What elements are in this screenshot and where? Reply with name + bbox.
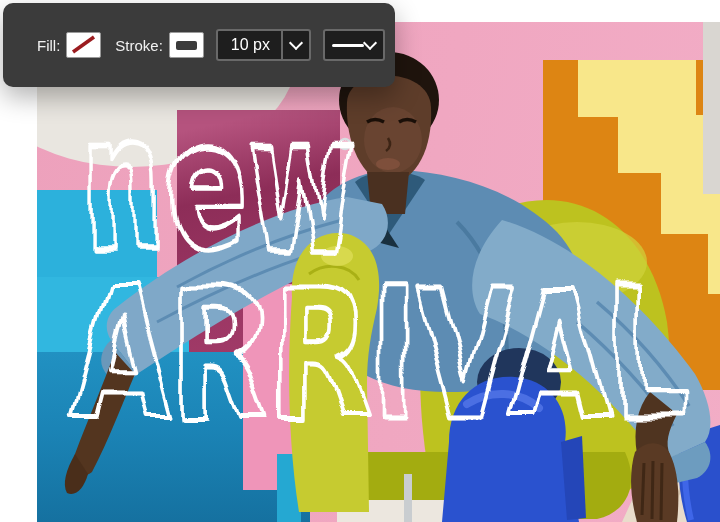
stroke-label: Stroke: xyxy=(115,37,163,54)
stroke-style-select[interactable] xyxy=(323,29,385,61)
stroke-preview-bar-icon xyxy=(176,41,197,50)
stroke-width-select[interactable]: 10 px xyxy=(216,29,311,61)
fill-label: Fill: xyxy=(37,37,60,54)
stroke-width-value: 10 px xyxy=(218,36,281,54)
canvas-photo xyxy=(37,22,720,522)
chevron-down-icon xyxy=(363,36,377,50)
solid-line-icon xyxy=(332,44,364,47)
properties-toolbar: Fill: Stroke: 10 px xyxy=(3,3,395,87)
chevron-down-icon xyxy=(289,36,303,50)
none-slash-icon xyxy=(67,33,100,57)
fill-none-swatch-icon[interactable] xyxy=(66,32,101,58)
stroke-width-dropdown-button[interactable] xyxy=(281,31,309,59)
model-on-chair-illustration xyxy=(37,22,720,522)
stroke-swatch-icon[interactable] xyxy=(169,32,204,58)
